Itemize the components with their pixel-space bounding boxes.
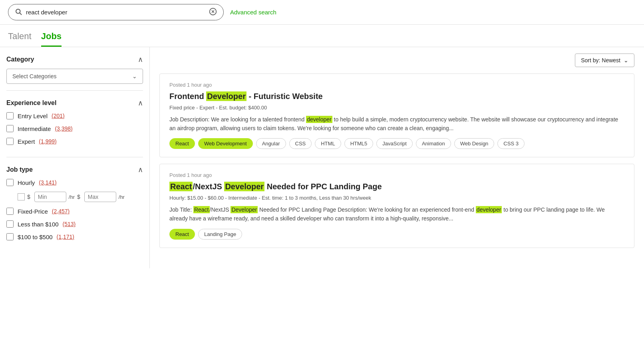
job-1-desc-highlight-1: developer bbox=[306, 116, 332, 123]
job-type-fixed-price[interactable]: Fixed-Price (2,457) bbox=[6, 208, 143, 215]
job-2-desc-highlight-3: developer bbox=[476, 206, 502, 213]
sort-dropdown[interactable]: Sort by: Newest ⌄ bbox=[575, 54, 634, 67]
category-filter: Category ∧ Select Categories ⌄ bbox=[6, 55, 143, 91]
job-2-title-part-1: /NextJS bbox=[193, 182, 224, 191]
min-per-hr: /hr bbox=[69, 194, 75, 200]
job-2-tags: React Landing Page bbox=[169, 229, 624, 240]
job-2-desc-3: Needed for PPC Landing Page Description:… bbox=[258, 206, 476, 213]
job-1-title-part-1: Frontend bbox=[169, 92, 206, 101]
search-icon bbox=[15, 8, 22, 16]
category-chevron-down-icon: ⌄ bbox=[132, 73, 137, 79]
sidebar: Category ∧ Select Categories ⌄ Experienc… bbox=[0, 47, 150, 268]
expert-count: (1,999) bbox=[39, 138, 56, 145]
job-type-title: Job type bbox=[6, 166, 33, 173]
fixed-price-checkbox[interactable] bbox=[6, 208, 14, 215]
content-header: Sort by: Newest ⌄ bbox=[159, 54, 634, 67]
tag-react-1[interactable]: React bbox=[169, 138, 195, 149]
job-1-description: Job Description: We are looking for a ta… bbox=[169, 115, 624, 133]
job-2-title-highlight-2: Developer bbox=[224, 182, 264, 191]
100-500-label: $100 to $500 bbox=[18, 234, 53, 240]
100-500-checkbox[interactable] bbox=[6, 233, 14, 240]
job-type-header: Job type ∧ bbox=[6, 165, 143, 174]
job-1-title-highlight-1: Developer bbox=[206, 91, 246, 101]
tag-css[interactable]: CSS bbox=[289, 138, 312, 149]
intermediate-checkbox[interactable] bbox=[6, 125, 14, 132]
job-2-meta: Hourly: $15.00 - $60.00 - Intermediate -… bbox=[169, 195, 624, 201]
rate-checkbox[interactable] bbox=[18, 193, 25, 200]
category-placeholder: Select Categories bbox=[12, 73, 57, 79]
category-header: Category ∧ bbox=[6, 55, 143, 64]
100-500-count: (1,171) bbox=[57, 234, 74, 240]
tag-react-2[interactable]: React bbox=[169, 229, 195, 240]
sort-label: Sort by: Newest bbox=[581, 57, 620, 63]
min-rate-input[interactable] bbox=[38, 194, 56, 200]
entry-level-checkbox[interactable] bbox=[6, 112, 14, 119]
job-2-desc-1: Job Title: bbox=[169, 206, 193, 213]
tag-html[interactable]: HTML bbox=[315, 138, 341, 149]
max-dollar-sign: $ bbox=[77, 194, 80, 200]
search-input-wrapper bbox=[8, 4, 224, 20]
experience-entry-level[interactable]: Entry Level (201) bbox=[6, 112, 143, 119]
experience-title: Experience level bbox=[6, 99, 56, 107]
intermediate-label: Intermediate bbox=[18, 125, 51, 132]
tag-javascript[interactable]: JavaScript bbox=[376, 138, 413, 149]
job-1-desc-1: Job Description: We are looking for a ta… bbox=[169, 116, 306, 123]
job-type-filter: Job type ∧ Hourly (3,141) $ /hr $ bbox=[6, 165, 143, 252]
job-1-title[interactable]: Frontend Developer - Futuristic Website bbox=[169, 91, 624, 101]
job-2-title[interactable]: React/NextJS Developer Needed for PPC La… bbox=[169, 181, 624, 192]
job-1-tags: React Web Development Angular CSS HTML H… bbox=[169, 138, 624, 149]
experience-header: Experience level ∧ bbox=[6, 99, 143, 107]
min-dollar-sign: $ bbox=[27, 194, 30, 200]
rate-range: $ /hr $ /hr bbox=[18, 192, 143, 202]
job-type-hourly[interactable]: Hourly (3,141) bbox=[6, 179, 143, 186]
job-1-posted: Posted 1 hour ago bbox=[169, 82, 624, 88]
less-100-checkbox[interactable] bbox=[6, 220, 14, 228]
tag-web-design[interactable]: Web Design bbox=[454, 138, 495, 149]
max-rate-input-wrap bbox=[84, 192, 116, 202]
experience-chevron-icon[interactable]: ∧ bbox=[138, 99, 143, 107]
tab-jobs[interactable]: Jobs bbox=[41, 31, 62, 47]
tabs-container: Talent Jobs bbox=[0, 25, 644, 47]
fixed-price-count: (2,457) bbox=[52, 208, 70, 214]
job-type-100-500[interactable]: $100 to $500 (1,171) bbox=[6, 233, 143, 240]
max-rate-input[interactable] bbox=[88, 194, 105, 200]
min-rate-input-wrap bbox=[34, 192, 66, 202]
tab-talent[interactable]: Talent bbox=[8, 31, 32, 47]
search-input[interactable] bbox=[26, 9, 205, 16]
sort-chevron-icon: ⌄ bbox=[624, 57, 628, 63]
tag-web-development[interactable]: Web Development bbox=[198, 138, 253, 149]
search-bar: Advanced search bbox=[0, 0, 644, 25]
job-2-title-highlight-1: React bbox=[169, 182, 193, 191]
hourly-count: (3,141) bbox=[39, 179, 56, 186]
tag-html5[interactable]: HTML5 bbox=[344, 138, 374, 149]
max-per-hr: /hr bbox=[119, 194, 125, 200]
experience-expert[interactable]: Expert (1,999) bbox=[6, 138, 143, 145]
job-2-desc-highlight-1: React bbox=[193, 206, 210, 213]
tag-landing-page[interactable]: Landing Page bbox=[198, 229, 242, 240]
advanced-search-link[interactable]: Advanced search bbox=[230, 9, 276, 16]
less-100-count: (513) bbox=[63, 221, 76, 227]
tag-angular[interactable]: Angular bbox=[256, 138, 286, 149]
experience-filter: Experience level ∧ Entry Level (201) Int… bbox=[6, 99, 143, 157]
expert-label: Expert bbox=[18, 138, 35, 145]
main-layout: Category ∧ Select Categories ⌄ Experienc… bbox=[0, 47, 644, 268]
tag-animation[interactable]: Animation bbox=[416, 138, 451, 149]
job-type-chevron-icon[interactable]: ∧ bbox=[138, 165, 143, 174]
category-dropdown[interactable]: Select Categories ⌄ bbox=[6, 69, 143, 84]
category-title: Category bbox=[6, 56, 34, 63]
experience-intermediate[interactable]: Intermediate (3,398) bbox=[6, 125, 143, 132]
job-2-desc-highlight-2: Developer bbox=[231, 206, 258, 213]
hourly-checkbox[interactable] bbox=[6, 179, 14, 186]
job-type-less-100[interactable]: Less than $100 (513) bbox=[6, 220, 143, 228]
job-card-2: Posted 1 hour ago React/NextJS Developer… bbox=[159, 164, 634, 248]
expert-checkbox[interactable] bbox=[6, 138, 14, 145]
tag-css3[interactable]: CSS 3 bbox=[497, 138, 525, 149]
clear-icon[interactable] bbox=[209, 8, 217, 17]
intermediate-count: (3,398) bbox=[55, 125, 72, 132]
category-chevron-icon[interactable]: ∧ bbox=[138, 55, 143, 64]
less-100-label: Less than $100 bbox=[18, 221, 59, 228]
hourly-label: Hourly bbox=[18, 179, 35, 186]
job-1-meta: Fixed price - Expert - Est. budget: $400… bbox=[169, 105, 624, 111]
job-2-posted: Posted 1 hour ago bbox=[169, 172, 624, 178]
content-area: Sort by: Newest ⌄ Posted 1 hour ago Fron… bbox=[150, 47, 644, 268]
